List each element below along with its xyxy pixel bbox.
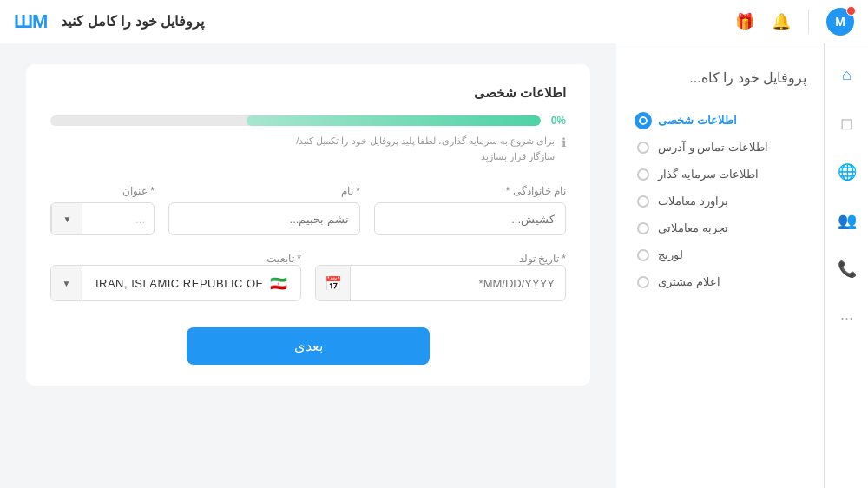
last-name-input[interactable]: [374, 202, 566, 235]
radio-trade-exp: [637, 222, 649, 234]
nav-item-trade-exp[interactable]: تجربه معاملاتی: [634, 214, 806, 241]
progress-bar-fill: [247, 115, 541, 126]
right-sidebar: ⌂ ◻ 🌐 👥 📞 ···: [825, 43, 868, 488]
globe-sidebar-icon[interactable]: 🌐: [833, 158, 861, 186]
first-name-label: * نام: [168, 185, 360, 197]
nav-item-contact[interactable]: اطلاعات تماس و آدرس: [634, 134, 806, 161]
radio-contact: [637, 142, 649, 154]
title-label: * عنوان: [50, 185, 155, 197]
dob-label: * تاریخ تولد: [315, 253, 566, 265]
content-area: اطلاعات شخصی 0% ℹ برای شروع به سرمایه گذ…: [0, 43, 616, 488]
radio-declaration: [637, 276, 649, 288]
nav-item-trade-estimate-label: برآورد معاملات: [658, 195, 728, 208]
progress-row: 0%: [50, 115, 566, 127]
nav-item-declaration-label: اعلام مشتری: [658, 275, 720, 288]
nationality-display: IRAN, ISLAMIC REPUBLIC OF 🇮🇷: [82, 275, 300, 292]
title-group: * عنوان ... ▼: [50, 185, 155, 235]
nav-item-personal-label: اطلاعات شخصی: [658, 114, 737, 127]
nav-item-trade-exp-label: تجربه معاملاتی: [658, 221, 728, 234]
last-name-label: نام خانوادگی *: [374, 185, 566, 197]
nationality-label: * تابعیت: [50, 253, 301, 265]
info-text-line1: برای شروع به سرمایه گذاری، لطفا پلید پرو…: [296, 134, 555, 149]
nav-item-personal[interactable]: اطلاعات شخصی: [634, 107, 806, 134]
nationality-select-wrap: IRAN, ISLAMIC REPUBLIC OF 🇮🇷 ▼: [50, 265, 301, 301]
left-panel: پروفایل خود را کاه... اطلاعات شخصی اطلاع…: [616, 43, 825, 488]
name-form-row: نام خانوادگی * * نام * عنوان ... ▼: [50, 185, 566, 235]
radio-trade-estimate: [637, 195, 649, 208]
info-row: ℹ برای شروع به سرمایه گذاری، لطفا پلید پ…: [50, 134, 566, 164]
panel-title: پروفایل خود را کاه...: [634, 69, 806, 86]
iran-flag-icon: 🇮🇷: [270, 275, 287, 292]
main-layout: ⌂ ◻ 🌐 👥 📞 ··· پروفایل خود را کاه... اطلا…: [0, 43, 868, 488]
dob-group: * تاریخ تولد 📅: [315, 253, 566, 301]
avatar[interactable]: M: [826, 8, 854, 36]
progress-bar-wrap: [50, 115, 541, 126]
nav-item-leverage-label: لوریج: [658, 248, 683, 261]
calendar-icon[interactable]: 📅: [316, 266, 351, 300]
page-title: پروفایل خود را کامل کنید: [61, 13, 204, 30]
nav-item-investor[interactable]: اطلاعات سرمایه گذار: [634, 161, 806, 188]
nav-left-actions: M 🔔 🎁: [735, 8, 854, 36]
gift-icon[interactable]: 🎁: [735, 12, 754, 31]
nationality-dropdown-button[interactable]: ▼: [51, 266, 82, 300]
users-sidebar-icon[interactable]: 👥: [833, 207, 861, 234]
title-select-value: ...: [82, 213, 154, 226]
last-name-group: نام خانوادگی *: [374, 185, 566, 235]
nationality-value: IRAN, ISLAMIC REPUBLIC OF: [95, 277, 263, 290]
page-title-prefix: پروفایل خود را کامل: [83, 14, 204, 29]
page-title-suffix: کنید: [61, 14, 83, 29]
title-select-wrap: ... ▼: [50, 202, 155, 235]
info-text-line2: سازگار قرار بسازید: [296, 149, 555, 165]
first-name-input[interactable]: [168, 202, 360, 235]
home-sidebar-icon[interactable]: ⌂: [833, 61, 861, 89]
nav-item-contact-label: اطلاعات تماس و آدرس: [658, 141, 768, 154]
nav-item-investor-label: اطلاعات سرمایه گذار: [658, 168, 759, 181]
radio-leverage: [637, 249, 649, 261]
date-input-wrap: 📅: [315, 265, 566, 301]
section-title: اطلاعات شخصی: [50, 85, 566, 101]
next-button[interactable]: بعدی: [187, 327, 430, 365]
info-icon: ℹ: [562, 135, 566, 149]
nav-item-trade-estimate[interactable]: برآورد معاملات: [634, 188, 806, 214]
radio-investor: [637, 168, 649, 181]
nationality-dob-row: * تاریخ تولد 📅 * تابعیت IRAN, ISLAMIC RE…: [50, 253, 566, 301]
top-navbar: M 🔔 🎁 پروفایل خود را کامل کنید ШМ: [0, 0, 868, 43]
nav-item-declaration[interactable]: اعلام مشتری: [634, 268, 806, 295]
more-sidebar-icon[interactable]: ···: [833, 304, 861, 332]
nationality-group: * تابعیت IRAN, ISLAMIC REPUBLIC OF 🇮🇷 ▼: [50, 253, 301, 301]
dob-input[interactable]: [351, 277, 565, 290]
bell-icon[interactable]: 🔔: [772, 12, 791, 31]
progress-label: 0%: [551, 115, 566, 127]
info-text: برای شروع به سرمایه گذاری، لطفا پلید پرو…: [296, 134, 555, 164]
nav-right: پروفایل خود را کامل کنید ШМ: [14, 10, 204, 33]
content-card: اطلاعات شخصی 0% ℹ برای شروع به سرمایه گذ…: [26, 64, 590, 386]
phone-sidebar-icon[interactable]: 📞: [833, 255, 861, 283]
nav-divider: [808, 10, 809, 34]
first-name-group: * نام: [168, 185, 360, 235]
nav-item-leverage[interactable]: لوریج: [634, 241, 806, 268]
briefcase-sidebar-icon[interactable]: ◻: [833, 109, 861, 137]
title-dropdown-button[interactable]: ▼: [51, 203, 82, 234]
logo: ШМ: [14, 10, 47, 33]
radio-personal: [637, 115, 649, 127]
